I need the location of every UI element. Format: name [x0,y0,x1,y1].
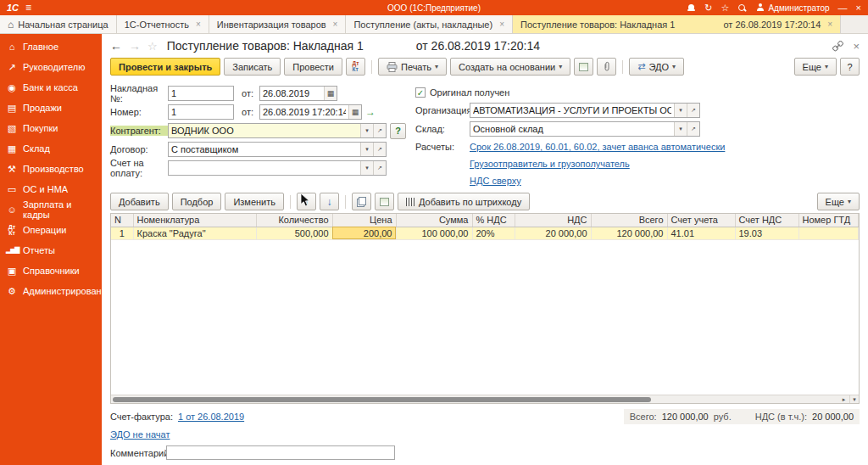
copy-row-button[interactable] [352,193,371,210]
comment-input[interactable] [166,445,395,460]
sidebar-item-fixed-assets[interactable]: ▭ОС и НМА [0,179,102,199]
sidebar-item-production[interactable]: ⚒Производство [0,159,102,179]
write-button[interactable]: Записать [224,58,281,76]
help-button[interactable]: ? [840,58,860,76]
table-cell-selected[interactable]: 200,00 [332,227,396,239]
edo-button[interactable]: ⇄ ЭДО ▾ [629,58,684,76]
sidebar-item-directories[interactable]: ▣Справочники [0,261,102,281]
table-cell[interactable]: 100 000,00 [396,227,472,239]
organization-input[interactable] [470,104,674,117]
calendar-icon[interactable]: ▦ [348,105,361,119]
counterparty-input[interactable] [169,124,360,137]
dropdown-icon[interactable]: ▾ [360,143,373,156]
tab-close-icon[interactable]: × [827,20,832,29]
table-cell[interactable]: 20% [472,227,515,239]
vat-mode-link[interactable]: НДС сверху [470,176,521,186]
open-ref-icon[interactable]: ↗ [687,122,699,136]
tab-close-icon[interactable]: × [333,20,338,29]
dropdown-icon[interactable]: ▾ [360,161,373,175]
calendar-icon[interactable]: ▦ [324,87,337,100]
print-button[interactable]: Печать ▾ [378,58,447,76]
horizontal-scrollbar[interactable]: ▸ ▾ [111,395,859,403]
scrollbar-thumb[interactable] [113,397,651,402]
open-ref-icon[interactable]: ↗ [373,161,386,175]
tab-close-icon[interactable]: × [196,20,201,29]
settlements-link[interactable]: Срок 26.08.2019, 60.01, 60.02, зачет ава… [470,142,725,152]
post-and-close-button[interactable]: Провести и закрыть [110,58,220,76]
table-cell[interactable]: Краска "Радуга" [133,227,256,239]
invoice-date-input[interactable] [260,87,324,100]
post-button[interactable]: Провести [284,58,342,76]
table-cell[interactable] [798,227,859,239]
number-input[interactable] [169,105,233,119]
sidebar-item-purchases[interactable]: ▧Покупки [0,118,102,138]
tab-inventory[interactable]: Инвентаризация товаров × [209,15,347,33]
history-icon[interactable]: ↻ [704,3,712,13]
open-ref-icon[interactable]: ↗ [687,104,699,117]
main-menu-icon[interactable]: ≡ [25,3,31,13]
pick-button[interactable]: Подбор [172,193,222,210]
scroll-down-icon[interactable]: ▾ [849,395,859,403]
favorite-star-icon[interactable]: ☆ [147,40,158,53]
payment-invoice-input[interactable] [169,161,360,175]
search-icon[interactable] [737,3,747,13]
move-down-button[interactable]: ↓ [320,193,339,210]
sidebar-item-warehouse[interactable]: ▦Склад [0,138,102,159]
counterparty-check-button[interactable]: ? [390,123,406,139]
sidebar-item-sales[interactable]: ▤Продажи [0,98,102,118]
tab-close-icon[interactable]: × [499,20,504,29]
edit-button[interactable]: Изменить [225,193,284,210]
link-icon[interactable] [832,41,843,52]
add-row-button[interactable]: Добавить [110,193,169,210]
table-cell[interactable]: 120 000,00 [591,227,667,239]
forward-icon[interactable]: → [129,40,141,52]
open-ref-icon[interactable]: ↗ [373,143,386,156]
tab-receipt-document[interactable]: Поступление товаров: Накладная 1 от 26.0… [513,15,841,33]
table-row[interactable]: 1 Краска "Радуга" 500,000 200,00 100 000… [111,227,859,239]
move-up-button[interactable]: ↑ [297,193,316,210]
sidebar-item-reports[interactable]: ▂▅▇Отчеты [0,240,102,261]
sidebar-item-operations[interactable]: Дт КтОперации [0,220,102,240]
warehouse-input[interactable] [470,122,674,136]
dropdown-icon[interactable]: ▾ [674,122,687,136]
table-cell[interactable]: 1 [111,227,133,239]
invoice-facture-link[interactable]: 1 от 26.08.2019 [178,412,244,422]
sidebar-item-manager[interactable]: ↗Руководителю [0,57,102,77]
open-ref-icon[interactable]: ↗ [373,124,386,137]
set-current-date-icon[interactable]: → [365,106,376,118]
document-date-input[interactable] [260,105,348,119]
more-button[interactable]: Еще ▾ [794,58,837,76]
shipper-consignee-link[interactable]: Грузоотправитель и грузополучатель [470,159,630,169]
tab-receipts-list[interactable]: Поступление (акты, накладные) × [346,15,513,33]
invoice-number-input[interactable] [169,87,233,100]
close-window-icon[interactable]: × [856,3,861,13]
table-cell[interactable]: 41.01 [667,227,735,239]
tab-home[interactable]: ⌂ Начальная страница [0,15,117,33]
sidebar-item-bank-cash[interactable]: ◉Банк и касса [0,77,102,98]
create-based-on-button[interactable]: Создать на основании ▾ [450,58,570,76]
notifications-icon[interactable] [687,3,696,13]
contract-input[interactable] [169,143,360,156]
dropdown-icon[interactable]: ▾ [674,104,687,117]
attachments-button[interactable] [597,58,616,76]
sidebar-item-payroll-hr[interactable]: ☺Зарплата и кадры [0,199,102,220]
table-cell[interactable]: 19.03 [735,227,798,239]
add-by-barcode-button[interactable]: Добавить по штрихкоду [398,193,530,210]
show-postings-button[interactable]: ДтКт [346,58,365,76]
table-cell[interactable]: 20 000,00 [515,227,591,239]
scroll-right-icon[interactable]: ▸ [839,395,849,403]
sidebar-item-main[interactable]: ⌂Главное [0,36,102,57]
favorites-icon[interactable]: ☆ [721,3,730,13]
show-list-button[interactable] [375,193,394,210]
original-received-checkbox[interactable]: ✓ Оригинал получен [415,84,860,101]
edo-status-link[interactable]: ЭДО не начат [110,429,170,440]
user-menu[interactable]: Администратор [755,3,829,13]
dropdown-icon[interactable]: ▾ [360,124,373,137]
table-cell[interactable]: 500,000 [256,227,332,239]
tab-1c-reporting[interactable]: 1С-Отчетность × [117,15,209,33]
close-form-icon[interactable]: × [853,40,860,53]
items-more-button[interactable]: Еще ▾ [817,193,860,210]
sidebar-item-administration[interactable]: ⚙Администрирование [0,281,102,301]
registers-report-button[interactable] [574,58,593,76]
minimize-icon[interactable]: — [838,3,848,13]
